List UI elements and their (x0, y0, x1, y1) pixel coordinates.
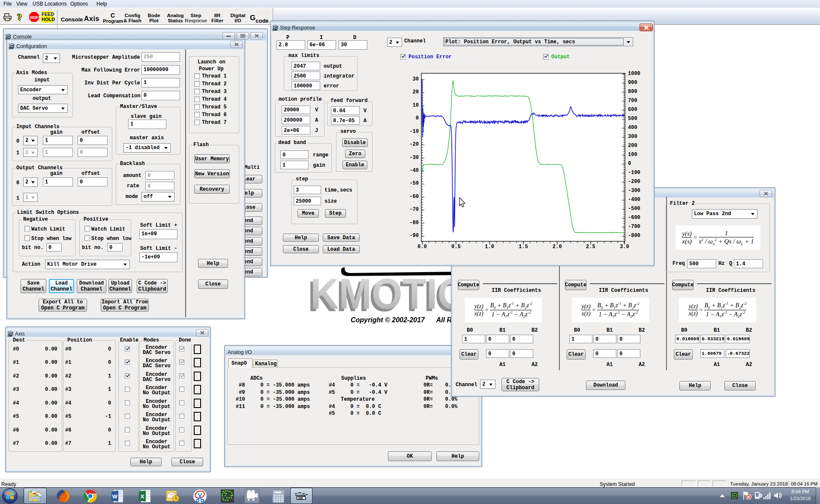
svg-text:0: 0 (281, 492, 282, 494)
svg-text:W: W (112, 493, 118, 500)
svg-text:X: X (141, 493, 144, 500)
svg-text:DM: DM (298, 497, 303, 500)
